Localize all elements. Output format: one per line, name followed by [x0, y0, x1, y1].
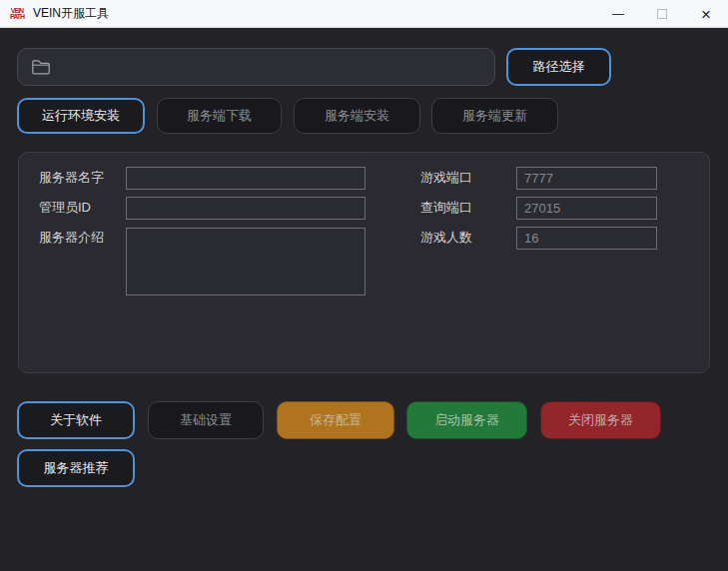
basic-settings-button[interactable]: 基础设置: [148, 401, 264, 439]
titlebar: VEIN PATH VEIN开服工具 ×: [0, 0, 728, 28]
app-logo-line2: PATH: [10, 14, 24, 20]
player-count-label: 游戏人数: [420, 227, 472, 249]
server-desc-textarea[interactable]: [126, 228, 365, 295]
server-config-panel: 服务器名字 管理员ID 服务器介绍 游戏端口 查询端口 游戏人数: [18, 152, 710, 373]
maximize-button: [640, 0, 684, 28]
close-button[interactable]: ×: [684, 0, 728, 28]
game-port-input[interactable]: [516, 167, 657, 190]
close-icon: ×: [701, 6, 711, 23]
folder-icon: [31, 58, 51, 76]
path-input[interactable]: [51, 49, 494, 85]
query-port-label: 查询端口: [420, 197, 472, 219]
stop-server-button[interactable]: 关闭服务器: [540, 401, 661, 439]
save-config-button[interactable]: 保存配置: [277, 401, 394, 439]
window-controls: ×: [596, 0, 728, 28]
app-logo-icon: VEIN PATH: [8, 5, 26, 23]
window-title: VEIN开服工具: [33, 5, 109, 22]
minimize-icon: [612, 14, 624, 15]
start-server-button[interactable]: 启动服务器: [406, 401, 527, 439]
maximize-icon: [657, 9, 667, 19]
about-software-button[interactable]: 关于软件: [17, 401, 135, 439]
server-install-button[interactable]: 服务端安装: [294, 98, 420, 134]
admin-id-label: 管理员ID: [39, 197, 91, 219]
minimize-button[interactable]: [596, 0, 640, 28]
query-port-input[interactable]: [516, 197, 657, 220]
server-download-button[interactable]: 服务端下载: [157, 98, 282, 134]
server-path-field[interactable]: [17, 48, 495, 86]
server-desc-label: 服务器介绍: [39, 227, 104, 249]
app-window: VEIN PATH VEIN开服工具 × 路径选择 运行环境安装 服务端下载 服…: [0, 0, 728, 571]
server-update-button[interactable]: 服务端更新: [431, 98, 558, 134]
env-install-button[interactable]: 运行环境安装: [17, 98, 145, 134]
game-port-label: 游戏端口: [420, 167, 472, 189]
server-recommend-button[interactable]: 服务器推荐: [17, 449, 135, 487]
server-name-input[interactable]: [126, 167, 365, 190]
server-name-label: 服务器名字: [39, 167, 104, 189]
player-count-input[interactable]: [516, 227, 657, 250]
path-select-button[interactable]: 路径选择: [506, 48, 611, 86]
admin-id-input[interactable]: [126, 197, 365, 220]
